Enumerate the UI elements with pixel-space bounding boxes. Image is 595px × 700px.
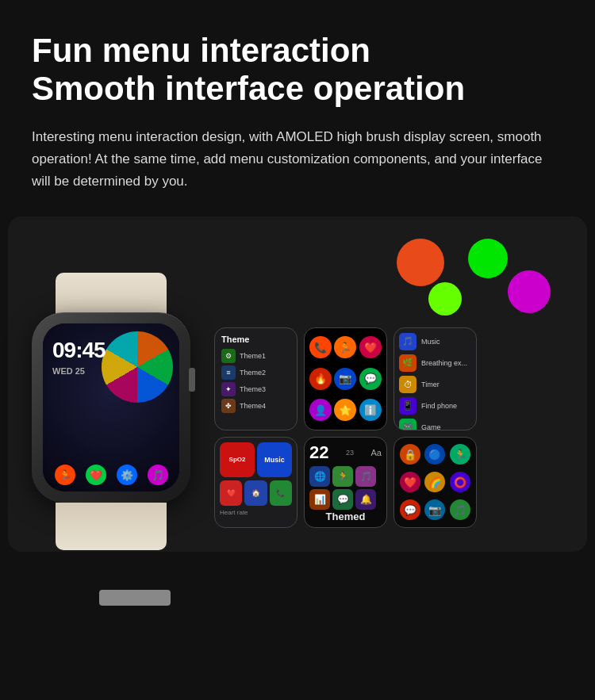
clock-app-3: 🎵 xyxy=(355,466,376,487)
heart-rate-box: SpO2 xyxy=(220,442,255,477)
description-text: Interesting menu interaction design, wit… xyxy=(32,126,563,193)
app-circle-info: ℹ️ xyxy=(359,399,382,421)
watch-icon-1: 🏃 xyxy=(55,465,75,485)
findphone-icon: 📱 xyxy=(399,397,416,415)
health-panel: SpO2 Music ❤️ 🏠 📞 Heart rate xyxy=(214,437,298,528)
app-circle-camera: 📷 xyxy=(334,368,356,390)
watch-container: 09:45 WED 25 🏃 ❤️ ⚙️ 🎵 xyxy=(24,288,198,528)
top-section: Fun menu interaction Smooth interface op… xyxy=(0,0,595,216)
menu-label-breathing: Breathing ex... xyxy=(421,359,467,367)
app2-circle-7: 💬 xyxy=(400,499,420,520)
menu-label-game: Game xyxy=(421,423,441,430)
watch-face: 09:45 WED 25 🏃 ❤️ ⚙️ 🎵 xyxy=(43,323,179,492)
purple-dot xyxy=(508,270,551,313)
heart-rate-label: SpO2 xyxy=(229,456,246,463)
music-box: Music xyxy=(257,442,292,477)
app-circle-heart: ❤️ xyxy=(359,336,382,358)
title-line1: Fun menu interaction xyxy=(32,32,370,69)
watch-icons-row: 🏃 ❤️ ⚙️ 🎵 xyxy=(49,465,173,485)
app-circle-fire: 🔥 xyxy=(309,368,332,390)
music-box-label: Music xyxy=(264,456,285,464)
timer-icon: ⏱ xyxy=(399,376,416,393)
watch-icon-3: ⚙️ xyxy=(117,465,137,485)
game-icon: 🎮 xyxy=(399,419,416,430)
watch-icon-2: ❤️ xyxy=(86,465,106,485)
lime-dot xyxy=(428,282,462,316)
panels-container: Theme ⚙ Theme1 ≡ Theme2 ✦ Theme3 ✤ Theme… xyxy=(214,327,571,528)
clock-aa-label: Aa xyxy=(371,448,382,457)
menu-item-music: 🎵 Music xyxy=(399,333,471,350)
bottom-section: 09:45 WED 25 🏃 ❤️ ⚙️ 🎵 xyxy=(8,216,587,552)
clock-app-5: 💬 xyxy=(332,489,353,510)
clock-panel: 22 23 Aa 🌐 🏃 🎵 📊 💬 🔔 Themed xyxy=(304,437,387,528)
watch-date: WED 25 xyxy=(52,366,85,376)
main-title: Fun menu interaction Smooth interface op… xyxy=(32,32,563,109)
menu-item-game: 🎮 Game xyxy=(399,419,471,430)
menu-item-timer: ⏱ Timer xyxy=(399,376,471,393)
app2-circle-9: 🎵 xyxy=(450,499,470,520)
clock-app-6: 🔔 xyxy=(355,489,376,510)
clock-app-4: 📊 xyxy=(309,489,330,510)
menu-list-panel: 🎵 Music 🌿 Breathing ex... ⏱ Timer 📱 Find… xyxy=(393,327,477,430)
app-circle-user: 👤 xyxy=(309,399,332,421)
theme-panel-title: Theme xyxy=(221,335,290,344)
clock-app-1: 🌐 xyxy=(309,466,330,487)
theme-icon-3: ✦ xyxy=(221,382,236,396)
music-icon: 🎵 xyxy=(399,333,416,350)
watch-dial xyxy=(102,331,173,403)
health-bottom: ❤️ 🏠 📞 xyxy=(220,480,292,506)
theme-panel: Theme ⚙ Theme1 ≡ Theme2 ✦ Theme3 ✤ Theme… xyxy=(214,327,298,430)
theme-item-1: ⚙ Theme1 xyxy=(221,349,290,363)
clock-small-label: 23 xyxy=(346,449,354,457)
theme-label-1: Theme1 xyxy=(240,352,266,360)
clock-apps-row: 🌐 🏃 🎵 📊 💬 🔔 xyxy=(309,466,382,510)
theme-item-2: ≡ Theme2 xyxy=(221,365,290,380)
theme-icon-1: ⚙ xyxy=(221,349,236,363)
watch-wrapper: 09:45 WED 25 🏃 ❤️ ⚙️ 🎵 xyxy=(32,296,190,518)
decorative-dots xyxy=(341,239,563,334)
theme-item-3: ✦ Theme3 xyxy=(221,382,290,396)
app-circle-phone: 📞 xyxy=(309,336,332,358)
menu-label-timer: Timer xyxy=(421,381,440,388)
watch-button xyxy=(189,368,195,392)
app2-circle-4: ❤️ xyxy=(400,472,420,492)
breathing-icon: 🌿 xyxy=(399,354,416,372)
theme-label-3: Theme3 xyxy=(240,385,266,393)
menu-item-breathing: 🌿 Breathing ex... xyxy=(399,354,471,372)
theme-label-4: Theme4 xyxy=(240,402,266,410)
menu-item-findphone: 📱 Find phone xyxy=(399,397,471,415)
health-small-2: 🏠 xyxy=(244,480,267,506)
heart-rate-text: Heart rate xyxy=(220,509,292,516)
health-top: SpO2 Music xyxy=(220,442,292,477)
app2-circle-5: 🌈 xyxy=(424,472,445,492)
panels-row-bottom: SpO2 Music ❤️ 🏠 📞 Heart rate 22 23 xyxy=(214,437,571,528)
health-small-1: ❤️ xyxy=(220,480,242,506)
app-circle-run: 🏃 xyxy=(334,336,356,358)
app-circle-star: ⭐ xyxy=(334,399,356,421)
watch-time: 09:45 xyxy=(52,339,106,361)
themed-label: Themed xyxy=(309,511,382,522)
app2-circle-6: ⭕ xyxy=(450,472,470,492)
clock-top-row: 22 23 Aa xyxy=(309,442,382,463)
app-circle-msg: 💬 xyxy=(359,368,382,390)
orange-dot xyxy=(397,239,444,286)
title-line2: Smooth interface operation xyxy=(32,70,465,107)
panels-row-top: Theme ⚙ Theme1 ≡ Theme2 ✦ Theme3 ✤ Theme… xyxy=(214,327,571,430)
theme-icon-2: ≡ xyxy=(221,365,236,380)
theme-item-4: ✤ Theme4 xyxy=(221,399,290,413)
health-small-3: 📞 xyxy=(270,480,292,506)
clock-app-2: 🏃 xyxy=(332,466,353,487)
apps-circle-panel: 📞 🏃 ❤️ 🔥 📷 💬 👤 ⭐ ℹ️ xyxy=(304,327,387,430)
watch-band-top xyxy=(56,273,167,316)
menu-label-findphone: Find phone xyxy=(421,402,457,410)
app2-circle-3: 🏃 xyxy=(450,444,470,465)
theme-icon-4: ✤ xyxy=(221,399,236,413)
clock-date-number: 22 xyxy=(309,442,328,463)
watch-band-bottom xyxy=(56,503,167,550)
app2-circle-8: 📷 xyxy=(424,499,445,520)
watch-icon-4: 🎵 xyxy=(148,465,168,485)
app2-circle-1: 🔒 xyxy=(400,444,420,465)
menu-label-music: Music xyxy=(421,338,440,346)
watch-clasp xyxy=(99,590,171,606)
apps-grid-panel-2: 🔒 🔵 🏃 ❤️ 🌈 ⭕ 💬 📷 🎵 xyxy=(393,437,477,528)
